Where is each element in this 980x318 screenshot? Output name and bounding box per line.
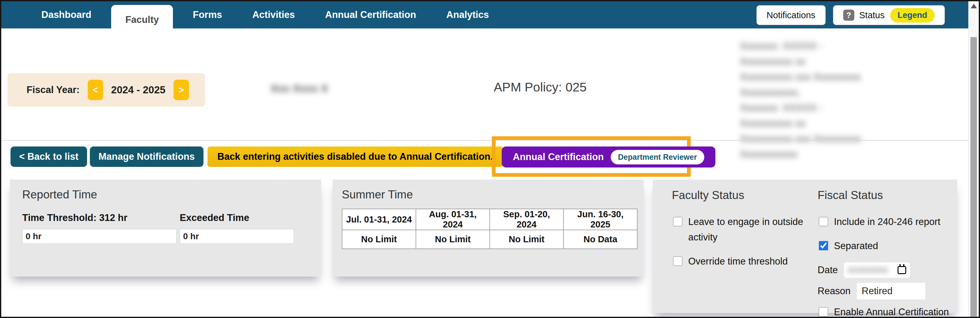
faculty-status-section: Faculty Status Leave to engage in outsid…	[672, 189, 817, 318]
summer-time-panel: Summer Time Jul. 01-31, 2024 Aug. 01-31,…	[332, 179, 644, 276]
enable-annual-cert-checkbox[interactable]	[819, 307, 828, 316]
back-to-list-button[interactable]: < Back to list	[11, 147, 87, 167]
reported-time-panel: Reported Time Time Threshold: 312 hr Exc…	[10, 179, 321, 276]
status-legend-button[interactable]: ? Status Legend	[833, 5, 945, 25]
summer-column-header: Aug. 01-31, 2024	[416, 209, 490, 230]
notifications-button[interactable]: Notifications	[756, 5, 826, 25]
chevron-left-icon[interactable]: <	[88, 80, 103, 100]
tab-faculty[interactable]: Faculty	[111, 5, 173, 35]
chevron-right-icon[interactable]: >	[173, 80, 189, 100]
calendar-icon[interactable]	[897, 266, 906, 274]
reported-time-title: Reported Time	[22, 188, 321, 201]
redacted-line: Xxxxxxx: XXXXX - Xxxxxxxxxx xx	[740, 38, 873, 69]
fiscal-status-section: Fiscal Status Include in 240-246 report …	[818, 189, 950, 318]
status-label: Status	[859, 10, 885, 21]
annual-certification-label: Annual Certification	[513, 152, 604, 163]
top-navbar: Dashboard Faculty Forms Activities Annua…	[1, 1, 968, 29]
tab-analytics[interactable]: Analytics	[436, 9, 500, 21]
redacted-line: Xxxxxxxxxxx,	[740, 85, 873, 100]
summer-limit-cell: No Data	[563, 230, 637, 249]
fiscal-status-title: Fiscal Status	[818, 189, 950, 202]
override-threshold-label: Override time threshold	[688, 254, 788, 269]
apm-policy-text: APM Policy: 025	[494, 80, 587, 94]
separated-checkbox[interactable]	[819, 241, 828, 250]
help-icon: ?	[843, 10, 854, 21]
summer-column-header: Jun. 16-30, 2025	[563, 209, 637, 230]
redacted-line: Xxxxxxx: XXXXX - Xxxxxxxxxx xx	[740, 100, 873, 131]
summer-column-header: Sep. 01-20, 2024	[490, 209, 563, 230]
redacted-line: Xxxxxxxxxxx	[740, 147, 873, 162]
scrollbar-thumb[interactable]	[970, 37, 977, 317]
include-report-row: Include in 240-246 report	[818, 214, 950, 230]
redacted-department-info: Xxxxxxx: XXXXX - Xxxxxxxxxx xx Xxxxxxxxx…	[740, 38, 873, 162]
enable-annual-cert-label: Enable Annual Certification	[834, 304, 949, 318]
override-threshold-row: Override time threshold	[672, 254, 817, 269]
tab-activities[interactable]: Activities	[242, 9, 305, 21]
leave-outside-activity-row: Leave to engage in outside activity	[672, 214, 817, 245]
summer-limit-cell: No Limit	[416, 230, 490, 249]
reason-label: Reason	[818, 286, 851, 297]
date-label: Date	[818, 265, 838, 276]
nav-tabs: Dashboard Faculty Forms Activities Annua…	[1, 1, 509, 29]
include-report-label: Include in 240-246 report	[834, 214, 940, 230]
fiscal-year-value: 2024 - 2025	[111, 84, 165, 96]
redacted-faculty-name: Xxx Xxxx X	[270, 82, 328, 94]
legend-badge: Legend	[890, 8, 935, 22]
include-report-checkbox[interactable]	[819, 217, 828, 226]
redacted-date-value: 00/00/0000	[848, 265, 886, 275]
separated-row: Separated	[818, 238, 950, 254]
time-threshold-value-field[interactable]: 0 hr	[22, 229, 177, 244]
faculty-status-title: Faculty Status	[672, 189, 817, 202]
annual-certification-button[interactable]: Annual Certification Department Reviewer	[502, 147, 715, 168]
scroll-up-arrow-icon[interactable]	[971, 4, 977, 8]
separation-date-input[interactable]: 00/00/0000	[844, 262, 910, 278]
separation-reason-input[interactable]	[857, 283, 925, 299]
nav-actions: Notifications ? Status Legend	[756, 5, 945, 25]
summer-time-title: Summer Time	[342, 188, 644, 201]
department-reviewer-badge: Department Reviewer	[611, 150, 705, 165]
tab-forms[interactable]: Forms	[182, 9, 232, 21]
manage-notifications-button[interactable]: Manage Notifications	[90, 147, 204, 167]
exceeded-time-value-field[interactable]: 0 hr	[180, 229, 294, 244]
redacted-line: Xxxxxxxxxx xxx Xxxxxxxxx	[740, 69, 873, 85]
exceeded-time-label: Exceeded Time	[180, 212, 249, 224]
status-panel: Faculty Status Leave to engage in outsid…	[653, 179, 957, 313]
leave-outside-activity-label: Leave to engage in outside activity	[688, 214, 817, 245]
override-threshold-checkbox[interactable]	[673, 257, 682, 266]
separated-label: Separated	[834, 238, 878, 254]
vertical-scrollbar[interactable]	[968, 1, 979, 317]
summer-time-table: Jul. 01-31, 2024 Aug. 01-31, 2024 Sep. 0…	[342, 209, 638, 249]
fiscal-year-label: Fiscal Year:	[27, 85, 80, 96]
app-window: Dashboard Faculty Forms Activities Annua…	[0, 0, 980, 318]
fiscal-year-selector: Fiscal Year: < 2024 - 2025 >	[7, 73, 205, 107]
tab-dashboard[interactable]: Dashboard	[31, 9, 102, 21]
enable-annual-cert-row: Enable Annual Certification	[818, 304, 950, 318]
redacted-line: Xxxxxxxxxx xxx Xxxxxxxxx	[740, 131, 873, 147]
separation-date-row: Date 00/00/0000	[818, 262, 950, 278]
back-entry-disabled-warning: Back entering activities disabled due to…	[207, 147, 503, 167]
section-divider	[1, 140, 968, 141]
time-threshold-label: Time Threshold: 312 hr	[22, 212, 180, 224]
tab-annual-certification[interactable]: Annual Certification	[315, 9, 427, 21]
summer-limit-cell: No Limit	[490, 230, 563, 249]
summer-limit-cell: No Limit	[342, 230, 416, 249]
leave-outside-activity-checkbox[interactable]	[673, 217, 682, 226]
separation-reason-row: Reason	[818, 283, 950, 299]
summer-column-header: Jul. 01-31, 2024	[342, 209, 416, 230]
